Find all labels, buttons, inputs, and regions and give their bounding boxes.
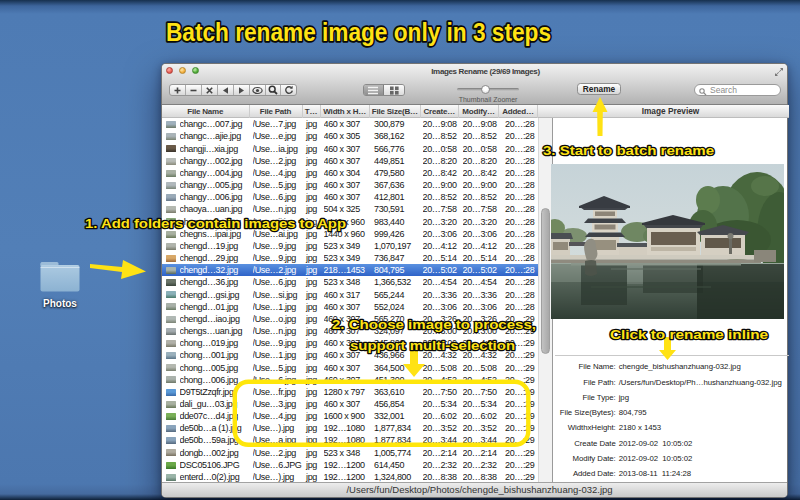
svg-text:Batch rename image only in 3 s: Batch rename image only in 3 steps	[166, 17, 551, 47]
svg-text:support multi-selection: support multi-selection	[350, 338, 515, 353]
svg-text:3. Start to batch rename: 3. Start to batch rename	[543, 143, 715, 158]
svg-text:Click to rename inline: Click to rename inline	[610, 327, 769, 342]
svg-text:2. Choose image to process,: 2. Choose image to process,	[332, 317, 536, 332]
svg-text:1. Add folders contain images: 1. Add folders contain images to App	[85, 216, 346, 231]
